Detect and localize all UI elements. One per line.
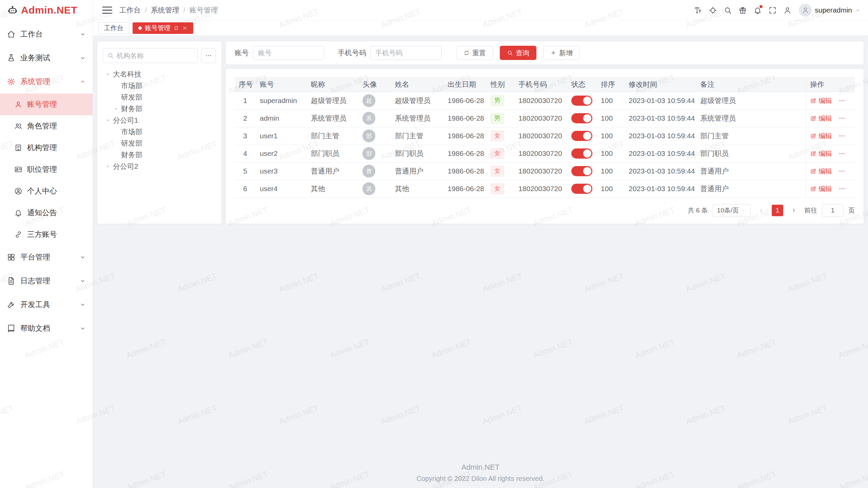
phone-input[interactable] [370, 46, 441, 60]
user-menu[interactable]: superadmin [799, 4, 861, 17]
cell-phone: 18020030720 [514, 180, 567, 198]
chevron-down-icon [80, 325, 86, 331]
cell-actions: 编辑 [806, 92, 855, 109]
breadcrumb-separator: / [145, 6, 147, 14]
status-toggle[interactable] [571, 131, 592, 141]
status-toggle[interactable] [571, 148, 592, 159]
book-icon [7, 324, 16, 333]
cell-avatar: 超 [358, 92, 391, 109]
org-search-input[interactable]: 机构名称 [103, 48, 198, 63]
status-toggle[interactable] [571, 96, 592, 106]
goto-page-input[interactable] [822, 204, 844, 217]
sidebar-item-system-mgmt[interactable]: 系统管理 [0, 70, 93, 94]
row-more-button[interactable] [838, 150, 846, 157]
edit-button[interactable]: 编辑 [810, 149, 832, 158]
tree-node[interactable]: 市场部 [103, 126, 216, 138]
column-header: 备注 [696, 77, 806, 92]
edit-button[interactable]: 编辑 [810, 96, 832, 105]
dots-icon [838, 97, 846, 104]
tree-node[interactable]: 财务部 [103, 149, 216, 161]
locate-button[interactable] [706, 3, 719, 17]
gift-icon [738, 6, 747, 15]
sidebar-item-business-test[interactable]: 业务测试 [0, 46, 93, 70]
edit-button[interactable]: 编辑 [810, 114, 832, 123]
status-toggle[interactable] [571, 166, 592, 176]
tree-node[interactable]: 大名科技 [103, 68, 216, 80]
cell-status [567, 145, 597, 162]
gender-tag: 女 [491, 148, 504, 159]
row-more-button[interactable] [838, 185, 846, 192]
add-button[interactable]: 新增 [543, 46, 580, 60]
user-button[interactable] [781, 3, 794, 17]
sidebar-item-help-docs[interactable]: 帮助文档 [0, 317, 93, 340]
font-size-button[interactable] [691, 3, 705, 17]
avatar: 系 [362, 112, 375, 125]
tab-close-icon[interactable] [182, 25, 188, 31]
dots-icon [838, 167, 846, 175]
breadcrumb-item[interactable]: 工作台 [119, 5, 141, 15]
org-search-row: 机构名称 [103, 48, 216, 63]
cell-actions: 编辑 [806, 162, 855, 180]
account-input[interactable] [253, 46, 324, 60]
edit-button[interactable]: 编辑 [810, 184, 832, 194]
cell-birthday: 1986-06-28 [443, 162, 486, 180]
row-more-button[interactable] [838, 132, 846, 140]
tab-refresh-icon[interactable] [174, 25, 179, 31]
search-button[interactable]: 查询 [500, 46, 536, 60]
sidebar-item-notice[interactable]: 通知公告 [0, 202, 93, 224]
edit-button[interactable]: 编辑 [810, 131, 832, 141]
tab-workbench[interactable]: 工作台 [98, 22, 129, 34]
tree-node[interactable]: 财务部 [103, 103, 216, 115]
gift-button[interactable] [736, 3, 749, 17]
status-toggle[interactable] [571, 184, 592, 194]
sidebar-item-workbench[interactable]: 工作台 [0, 22, 93, 46]
sidebar-item-role-mgmt[interactable]: 角色管理 [0, 115, 93, 137]
sidebar-item-personal-center[interactable]: 个人中心 [0, 180, 93, 202]
search-button[interactable] [721, 3, 734, 17]
tree-node[interactable]: 分公司2 [103, 161, 216, 172]
sidebar-item-log-mgmt[interactable]: 日志管理 [0, 269, 93, 293]
tree-node[interactable]: 研发部 [103, 92, 216, 103]
gender-tag: 男 [491, 95, 504, 106]
tree-node[interactable]: 研发部 [103, 138, 216, 149]
tab-account-mgmt[interactable]: 账号管理 [133, 22, 193, 34]
page-size-select[interactable]: 10条/页 [713, 204, 751, 217]
tree-node-label: 财务部 [121, 150, 142, 160]
sidebar-item-org-mgmt[interactable]: 机构管理 [0, 137, 93, 159]
sidebar-item-label: 系统管理 [20, 77, 75, 87]
column-header: 序号 [235, 77, 256, 92]
sidebar-item-third-account[interactable]: 三方账号 [0, 224, 93, 245]
user-avatar [799, 4, 812, 17]
chevron-down-icon [742, 208, 746, 213]
tree-expand-icon[interactable] [103, 70, 112, 79]
row-more-button[interactable] [838, 167, 846, 175]
search-icon [724, 6, 732, 15]
tree-expand-icon[interactable] [112, 104, 120, 113]
filter-card: 账号 手机号码 重置 查询 新增 [226, 41, 864, 64]
sidebar-item-account-mgmt[interactable]: 账号管理 [0, 94, 93, 115]
bell-button[interactable] [751, 3, 764, 17]
tree-node[interactable]: 分公司1 [103, 115, 216, 126]
sidebar-item-position-mgmt[interactable]: 职位管理 [0, 159, 93, 180]
row-more-button[interactable] [838, 115, 846, 122]
sidebar-item-dev-tools[interactable]: 开发工具 [0, 293, 93, 317]
add-button-label: 新增 [559, 48, 573, 58]
menu-collapse-button[interactable] [100, 3, 114, 17]
prev-page-button[interactable] [755, 205, 767, 216]
sidebar-item-platform-mgmt[interactable]: 平台管理 [0, 245, 93, 269]
status-toggle[interactable] [571, 113, 592, 123]
reset-button[interactable]: 重置 [456, 46, 493, 60]
chevron-right-icon [791, 208, 796, 213]
fullscreen-button[interactable] [766, 3, 779, 17]
toggle-knob [583, 185, 591, 193]
edit-button[interactable]: 编辑 [810, 167, 832, 176]
page-number-1[interactable]: 1 [772, 205, 783, 216]
org-more-button[interactable] [201, 48, 216, 63]
tree-expand-icon[interactable] [103, 116, 112, 125]
breadcrumb-item[interactable]: 系统管理 [151, 5, 179, 15]
tree-expand-icon[interactable] [103, 162, 112, 171]
tree-node[interactable]: 市场部 [103, 80, 216, 92]
cell-name: 部门主管 [391, 127, 444, 145]
next-page-button[interactable] [788, 205, 800, 216]
row-more-button[interactable] [838, 97, 846, 104]
